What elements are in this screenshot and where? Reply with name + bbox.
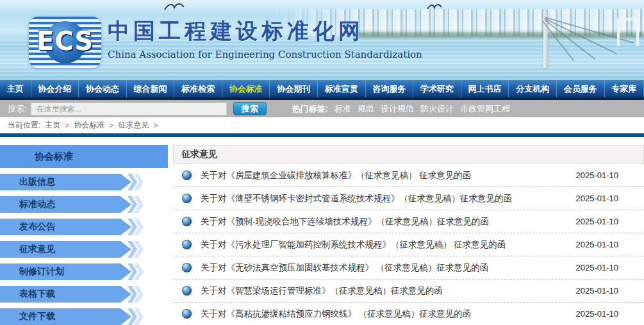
main-content: 征求意见 关于对《房屋建筑企业碳排放核算标准》（征求意见稿） 征求意见的函 20…: [173, 145, 644, 325]
seagull-icon: [163, 1, 185, 12]
nav-item[interactable]: 分支机构: [509, 80, 557, 97]
globe-icon: [182, 171, 192, 180]
sidebar-item[interactable]: 征求意见: [0, 241, 168, 258]
seagull-icon: [426, 3, 443, 10]
nav-item[interactable]: 专家库: [605, 80, 644, 97]
sidebar-item[interactable]: 标准动态: [0, 196, 168, 213]
news-date: 2025-01-10: [576, 263, 619, 272]
main-nav: 主页 协会介绍 协会动态 综合新闻 标准检索 协会标准 协会期刊 标准宣贯 咨询…: [0, 80, 644, 97]
sidebar-item[interactable]: 制修订计划: [0, 263, 168, 280]
hot-tag-link[interactable]: 市政管网工程: [460, 103, 510, 115]
hot-tag-link[interactable]: 防火设计: [420, 103, 454, 115]
sidebar-item-label: 出版信息: [0, 174, 120, 190]
globe-icon: [182, 194, 192, 203]
news-row[interactable]: 关于对《无砂法真空预压加固软基技术规程》 （征求意见稿）征求意见的函 2025-…: [173, 256, 644, 279]
news-row[interactable]: 关于对《高粘抗渗缓粘结预应力钢绞线》 （征求意见稿）征求意见的函 2025-01…: [173, 303, 644, 325]
sidebar-item-label: 制修订计划: [0, 263, 120, 280]
breadcrumb-separator: >: [109, 121, 113, 130]
search-input[interactable]: [31, 103, 227, 115]
news-title-link[interactable]: 关于对《预制-现浇咬合地下连续墙技术规程》（征求意见稿）征求意见的函: [201, 216, 566, 228]
nav-item[interactable]: 标准宣贯: [318, 80, 366, 97]
nav-item[interactable]: 学术研究: [413, 80, 461, 97]
nav-item[interactable]: 协会标准: [222, 80, 270, 97]
nav-item[interactable]: 主页: [0, 80, 31, 97]
nav-item[interactable]: 标准检索: [174, 80, 222, 97]
breadcrumb-link-home[interactable]: 主页: [45, 120, 60, 131]
sidebar-item-label: 标准动态: [0, 196, 120, 213]
news-date: 2025-01-10: [576, 171, 619, 180]
news-date: 2025-01-10: [576, 286, 619, 296]
news-title-link[interactable]: 关于对《污水处理厂智能加药控制系统技术规程》（征求意见稿） 征求意见的函: [201, 239, 566, 251]
nav-item[interactable]: 网上书店: [461, 80, 509, 97]
news-title-link[interactable]: 关于对《无砂法真空预压加固软基技术规程》 （征求意见稿）征求意见的函: [201, 262, 566, 274]
sidebar-item-label: 表格下载: [0, 286, 120, 303]
site-title: 中国工程建设标准化网: [108, 17, 364, 46]
globe-icon: [182, 217, 192, 226]
news-title-link[interactable]: 关于对《房屋建筑企业碳排放核算标准》（征求意见稿） 征求意见的函: [201, 170, 566, 181]
search-bar: 搜索: 搜索 热门标签: 标准 规范 设计规范 防火设计 市政管网工程: [0, 100, 644, 117]
nav-item[interactable]: 会员服务: [557, 80, 605, 97]
nav-item[interactable]: 协会动态: [79, 80, 127, 97]
news-date: 2025-01-10: [576, 217, 619, 226]
logo-text: ECS: [29, 26, 101, 56]
news-date: 2025-01-10: [576, 194, 619, 203]
hot-tags-label: 热门标签:: [292, 103, 328, 115]
page-body: 协会标准 出版信息 标准动态 发布公告: [0, 137, 644, 325]
news-date: 2025-01-10: [576, 309, 619, 319]
news-row[interactable]: 关于对《污水处理厂智能加药控制系统技术规程》（征求意见稿） 征求意见的函 202…: [173, 233, 644, 256]
hot-tag-link[interactable]: 规范: [358, 103, 374, 115]
news-row[interactable]: 关于对《房屋建筑企业碳排放核算标准》（征求意见稿） 征求意见的函 2025-01…: [173, 164, 644, 187]
search-button[interactable]: 搜索: [233, 102, 267, 115]
sidebar-item[interactable]: 发布公告: [0, 219, 168, 235]
sidebar-item-label: 发布公告: [0, 219, 120, 235]
breadcrumb-link-comments[interactable]: 征求意见: [118, 120, 149, 131]
globe-icon: [182, 263, 192, 272]
sidebar-item[interactable]: 表格下载: [0, 286, 168, 303]
sidebar-item[interactable]: 出版信息: [0, 174, 168, 190]
breadcrumb-prefix: 当前位置:: [8, 120, 40, 131]
news-title-link[interactable]: 关于对《高粘抗渗缓粘结预应力钢绞线》 （征求意见稿）征求意见的函: [201, 308, 566, 320]
news-list: 关于对《房屋建筑企业碳排放核算标准》（征求意见稿） 征求意见的函 2025-01…: [173, 164, 644, 325]
globe-icon: [182, 240, 192, 249]
news-title-link[interactable]: 关于对《智慧梁场运行管理标准》（征求意见稿）征求意见的函: [201, 285, 566, 297]
site-header: ECS 中国工程建设标准化网 China Association for Eng…: [0, 0, 644, 80]
sidebar: 协会标准 出版信息 标准动态 发布公告: [0, 145, 168, 325]
bridge-frame-decoration: [617, 18, 639, 46]
sidebar-item-label: 文件下载: [0, 308, 120, 325]
sidebar-item-label: 征求意见: [0, 241, 120, 258]
breadcrumb: 当前位置: 主页 > 协会标准 > 征求意见 >: [0, 117, 644, 133]
news-title-link[interactable]: 关于对《薄壁不锈钢环卡密封式管道系统技术规程》（征求意见稿）征求意见的函: [201, 193, 566, 204]
search-label: 搜索:: [8, 103, 27, 115]
breadcrumb-separator: >: [153, 121, 158, 130]
news-row[interactable]: 关于对《预制-现浇咬合地下连续墙技术规程》（征求意见稿）征求意见的函 2025-…: [173, 210, 644, 233]
site-subtitle: China Association for Engineering Constr…: [108, 49, 422, 60]
breadcrumb-separator: >: [65, 121, 69, 130]
news-row[interactable]: 关于对《薄壁不锈钢环卡密封式管道系统技术规程》（征求意见稿）征求意见的函 202…: [173, 187, 644, 210]
hot-tag-link[interactable]: 设计规范: [381, 103, 414, 115]
globe-icon: [182, 286, 192, 296]
content-title: 征求意见: [173, 145, 644, 164]
hot-tag-link[interactable]: 标准: [334, 103, 351, 115]
sidebar-menu: 出版信息 标准动态 发布公告: [0, 174, 168, 325]
hot-tags: 热门标签: 标准 规范 设计规范 防火设计 市政管网工程: [292, 103, 510, 115]
nav-item[interactable]: 协会介绍: [31, 80, 79, 97]
nav-item[interactable]: 协会期刊: [270, 80, 318, 97]
news-row[interactable]: 关于对《智慧梁场运行管理标准》（征求意见稿）征求意见的函 2025-01-10: [173, 279, 644, 303]
globe-icon: [182, 309, 192, 319]
site-logo[interactable]: ECS: [29, 17, 101, 68]
news-date: 2025-01-10: [576, 240, 619, 249]
nav-item[interactable]: 咨询服务: [366, 80, 414, 97]
breadcrumb-link-standards[interactable]: 协会标准: [74, 120, 104, 131]
sidebar-title: 协会标准: [0, 145, 168, 168]
nav-item[interactable]: 综合新闻: [127, 80, 175, 97]
sidebar-item[interactable]: 文件下载: [0, 308, 168, 325]
